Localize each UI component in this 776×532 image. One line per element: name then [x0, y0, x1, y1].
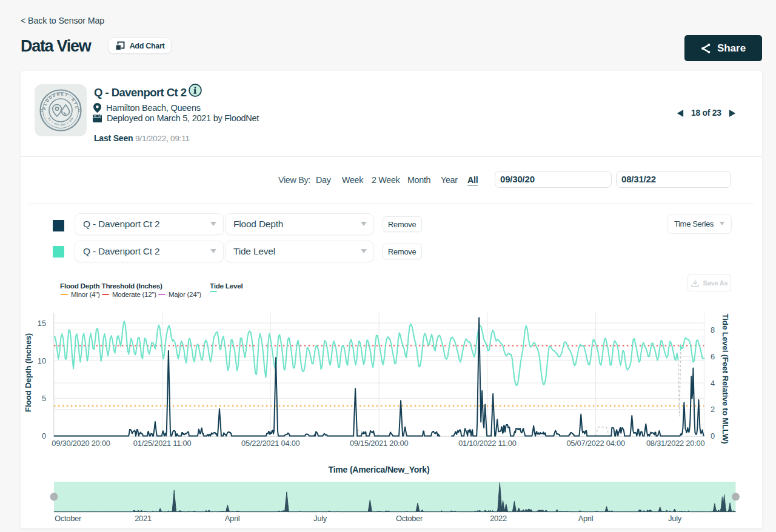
svg-text:October: October — [396, 514, 423, 523]
svg-text:October: October — [55, 514, 82, 523]
svg-text:July: July — [668, 514, 682, 523]
svg-text:April: April — [578, 514, 594, 523]
svg-text:April: April — [225, 514, 240, 523]
svg-text:July: July — [313, 514, 327, 523]
svg-text:2021: 2021 — [135, 514, 152, 523]
svg-text:2022: 2022 — [490, 514, 507, 523]
